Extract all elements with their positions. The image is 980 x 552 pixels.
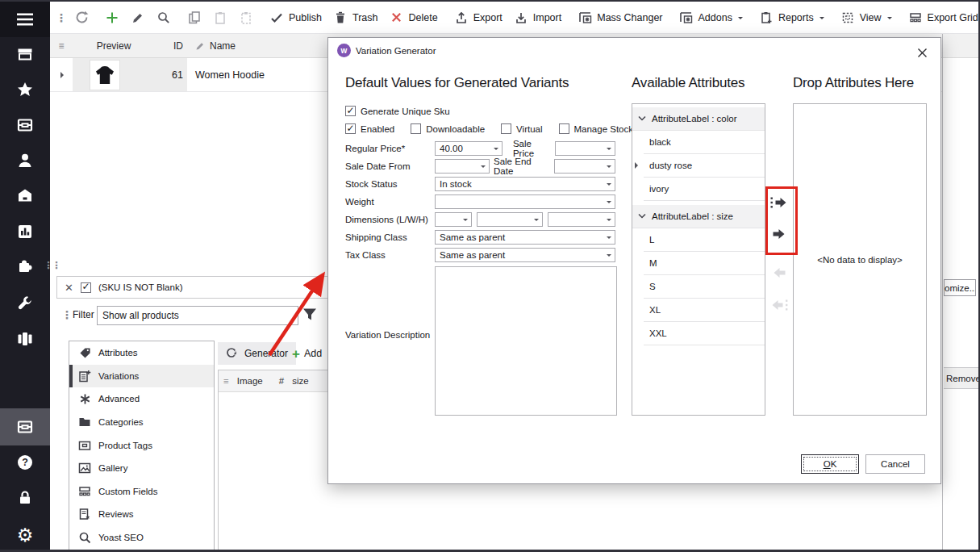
remove-button-partial[interactable]: Remove <box>944 367 978 389</box>
attribute-item-dusty-rose[interactable]: dusty rose <box>644 154 765 178</box>
devices-icon <box>16 330 34 348</box>
regular-price-dropdown[interactable]: 40.00 <box>435 141 503 156</box>
sku-filter-checkbox[interactable] <box>81 282 91 293</box>
variation-description-textarea[interactable] <box>435 266 617 416</box>
stock-status-dropdown[interactable]: In stock <box>435 177 615 191</box>
export-grid-label: Export Grid <box>928 12 978 23</box>
move-left-button-disabled[interactable] <box>768 265 790 281</box>
generate-unique-sku-checkbox[interactable] <box>345 106 356 116</box>
column-header-image[interactable]: Image <box>237 376 271 386</box>
column-header-preview[interactable]: Preview <box>73 40 155 52</box>
cancel-button[interactable]: Cancel <box>865 454 925 474</box>
mass-changer-button[interactable]: Mass Changer <box>572 6 668 30</box>
tab-custom-fields[interactable]: Custom Fields <box>69 480 214 504</box>
tab-attributes[interactable]: Attributes <box>69 341 214 365</box>
hamburger-icon <box>15 11 35 27</box>
downloadable-checkbox[interactable] <box>411 123 421 134</box>
sidebar-item-products-selected[interactable] <box>0 408 50 445</box>
sale-date-from-dropdown[interactable] <box>435 159 490 174</box>
search-button[interactable] <box>151 6 177 30</box>
attribute-item-black[interactable]: black <box>644 131 765 154</box>
attribute-group-color[interactable]: AttributeLabel : color <box>632 107 765 131</box>
dimension-h-dropdown[interactable] <box>548 212 615 227</box>
dimension-w-dropdown[interactable] <box>477 212 543 227</box>
tab-reviews[interactable]: Reviews <box>69 503 214 526</box>
sidebar-item-customers[interactable] <box>0 144 50 178</box>
copy-button[interactable] <box>181 6 207 30</box>
filter-overflow-button[interactable]: ⋮ <box>61 308 72 321</box>
refresh-button[interactable] <box>69 6 94 30</box>
sale-price-dropdown[interactable] <box>555 141 615 156</box>
enabled-checkbox[interactable] <box>345 123 356 134</box>
box-tag-icon <box>78 439 91 452</box>
column-chooser-icon[interactable]: ≡ <box>223 376 229 386</box>
attribute-item-l[interactable]: L <box>644 228 765 252</box>
funnel-icon[interactable] <box>302 307 318 326</box>
row-expander-icon[interactable] <box>50 58 73 91</box>
export-grid-button[interactable]: Export Grid <box>903 6 980 30</box>
table-asterisk-icon <box>578 10 592 25</box>
attribute-group-size[interactable]: AttributeLabel : size <box>632 205 765 228</box>
tab-gallery[interactable]: Gallery <box>69 457 214 480</box>
generator-button[interactable]: Generator <box>218 342 296 365</box>
toolbar-overflow-button[interactable]: ⋮ <box>53 11 69 24</box>
dimension-l-dropdown[interactable] <box>435 212 472 227</box>
sidebar-item-favorites[interactable] <box>0 73 50 107</box>
splitter-handle[interactable]: ⋮⋮ <box>44 260 60 271</box>
column-header-number[interactable]: # <box>279 376 284 386</box>
tab-product-tags[interactable]: Product Tags <box>69 433 214 457</box>
reports-button[interactable]: Reports <box>753 6 830 30</box>
paste-button[interactable] <box>207 6 233 30</box>
attribute-item-m[interactable]: M <box>644 252 765 275</box>
chevron-down-icon <box>738 17 743 22</box>
attribute-item-xxl[interactable]: XXL <box>644 322 765 345</box>
sidebar-item-license[interactable] <box>0 481 50 515</box>
item-label: M <box>649 258 657 268</box>
filter-input[interactable] <box>97 306 298 325</box>
sidebar-item-reports[interactable] <box>0 215 50 249</box>
column-header-id[interactable]: ID <box>155 40 187 52</box>
publish-button[interactable]: Publish <box>264 6 327 30</box>
export-button[interactable]: Export <box>448 6 508 30</box>
shipping-class-dropdown[interactable]: Same as parent <box>435 230 615 245</box>
remove-filter-icon[interactable]: ✕ <box>65 282 73 294</box>
customize-button-partial[interactable]: omize... <box>944 279 976 296</box>
ok-button[interactable]: OK <box>801 454 859 474</box>
sidebar-item-store[interactable] <box>0 38 50 72</box>
tab-categories[interactable]: Categories <box>69 411 214 434</box>
move-all-left-button-disabled[interactable] <box>768 297 790 313</box>
sidebar-item-tools[interactable] <box>0 286 50 320</box>
tax-class-dropdown[interactable]: Same as parent <box>435 248 615 262</box>
sale-end-date-dropdown[interactable] <box>554 159 615 174</box>
paste-special-button[interactable] <box>233 6 259 30</box>
attribute-item-ivory[interactable]: ivory <box>644 178 765 201</box>
trash-button[interactable]: Trash <box>327 6 384 30</box>
attribute-item-xl[interactable]: XL <box>644 299 765 322</box>
import-button[interactable]: Import <box>508 6 567 30</box>
delete-button[interactable]: Delete <box>384 6 444 30</box>
add-variation-button[interactable]: + Add <box>292 342 322 365</box>
sidebar-item-orders[interactable] <box>0 108 50 142</box>
virtual-checkbox[interactable] <box>501 123 511 134</box>
tab-yoast-seo[interactable]: Yoast SEO <box>69 526 214 550</box>
weight-dropdown[interactable] <box>435 194 615 209</box>
sidebar-item-addons[interactable] <box>0 249 50 283</box>
column-header-size[interactable]: size <box>292 376 308 386</box>
sidebar-item-devices[interactable] <box>0 322 50 356</box>
tab-advanced[interactable]: Advanced <box>69 387 214 411</box>
addons-button[interactable]: Addons <box>673 6 749 30</box>
column-chooser-icon[interactable]: ≡ <box>50 40 73 52</box>
edit-button[interactable] <box>125 6 151 30</box>
move-right-button[interactable] <box>768 226 790 242</box>
add-product-button[interactable] <box>99 6 125 30</box>
sidebar-item-help[interactable]: ? <box>0 445 50 479</box>
view-button[interactable]: View <box>835 6 898 30</box>
tab-variations[interactable]: Variations <box>69 365 214 388</box>
close-icon[interactable] <box>913 44 931 61</box>
attribute-item-s[interactable]: S <box>644 275 765 299</box>
sidebar-item-settings[interactable]: ⚙ <box>0 518 50 552</box>
manage-stock-checkbox[interactable] <box>559 123 569 134</box>
sidebar-item-shop[interactable] <box>0 179 50 213</box>
move-all-right-button[interactable] <box>768 194 790 211</box>
menu-button[interactable] <box>0 2 50 37</box>
